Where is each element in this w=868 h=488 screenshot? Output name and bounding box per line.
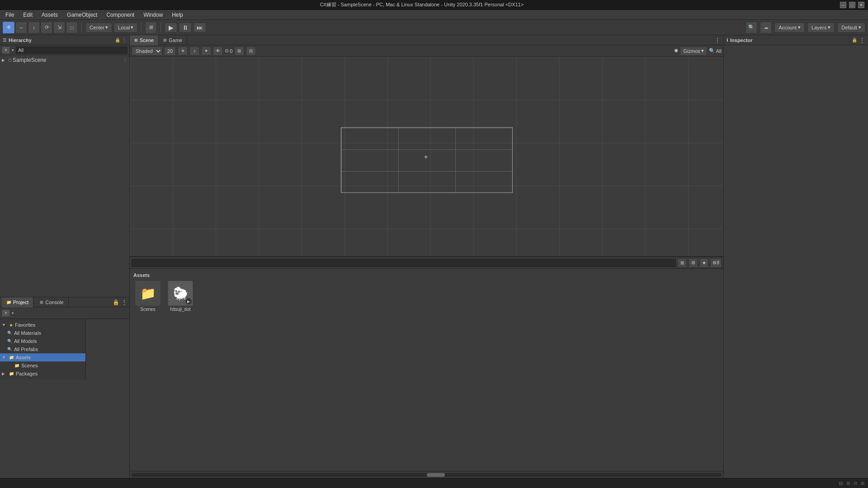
project-view-toggle[interactable]: ⊞: [678, 258, 687, 267]
pause-button[interactable]: ⏸: [179, 23, 192, 33]
sidebar-favorites[interactable]: ▼ ★ Favorites: [0, 321, 85, 329]
scene-canvas[interactable]: ✛: [130, 57, 723, 256]
inspector-lock-icon[interactable]: 🔒: [852, 38, 857, 42]
asset-item-scenes[interactable]: 📁 Scenes: [133, 281, 162, 312]
perspective-icon: ✱: [674, 48, 678, 54]
account-chevron-icon: ▾: [798, 24, 801, 30]
inspector-title: Inspector: [730, 38, 850, 43]
horizontal-scrollbar-thumb[interactable]: [427, 473, 445, 477]
game-tab[interactable]: ⊞ Game: [159, 35, 187, 45]
pivot-center-button[interactable]: Center ▾: [85, 23, 112, 33]
project-search-input[interactable]: [132, 259, 676, 267]
menu-edit[interactable]: Edit: [19, 11, 36, 19]
menu-component[interactable]: Component: [103, 11, 138, 19]
account-button[interactable]: Account ▾: [774, 23, 805, 33]
hitsuji-thumb: 🐑 ▶: [168, 281, 193, 306]
scene-area: ⊞ Scene ⊞ Game ⋮ Shaded 20 ☀ ♪: [130, 35, 723, 257]
lighting-toggle[interactable]: ☀: [178, 47, 188, 56]
search-button[interactable]: 🔍: [745, 22, 757, 33]
menu-file[interactable]: File: [2, 11, 18, 19]
scale-tool[interactable]: ⟳: [41, 22, 52, 33]
cloud-button[interactable]: ☁: [760, 22, 772, 33]
project-sidebar-panel: 📁 Project ⊞ Console 🔒 ⋮ + ▾: [0, 297, 130, 478]
grid-toggle[interactable]: ⊟: [246, 47, 256, 56]
extra-tool-button[interactable]: ⊞: [145, 22, 157, 33]
sidebar-all-materials[interactable]: 🔍 All Materials: [0, 329, 85, 337]
project-lock-icon[interactable]: 🔒: [113, 299, 119, 305]
assets-header-label: Assets: [133, 272, 720, 278]
sidebar-all-prefabs[interactable]: 🔍 All Prefabs: [0, 345, 85, 353]
rotate-tool[interactable]: ↕: [28, 22, 40, 33]
transform-tools: ✥ ↔ ↕ ⟳ ⇲ □: [3, 22, 78, 33]
all-models-label: All Models: [14, 338, 37, 344]
menu-assets[interactable]: Assets: [38, 11, 61, 19]
hidden-count-value: 0: [230, 48, 232, 54]
hierarchy-scene-item[interactable]: ▶ ⬡ SampleScene ⋮: [0, 56, 129, 64]
chevron-down-icon-2: ▾: [131, 24, 133, 30]
hierarchy-add-button[interactable]: +: [2, 47, 10, 54]
hierarchy-lock-icon[interactable]: 🔒: [115, 38, 120, 42]
project-menu-icon[interactable]: ⋮: [121, 299, 127, 306]
scene-tabs-menu-icon[interactable]: ⋮: [712, 37, 723, 44]
account-label: Account: [778, 25, 797, 30]
scene-visibility-toggle[interactable]: 👁: [213, 47, 223, 56]
scenes-label: Scenes: [21, 363, 38, 368]
project-tab-actions: 🔒 ⋮: [113, 299, 127, 306]
scenes-folder-icon: 📁: [14, 363, 19, 368]
sidebar-assets[interactable]: ▼ 📁 Assets: [0, 353, 85, 361]
content-area: ☰ Hierarchy 🔒 ⋮ + ▾ ▶ ⬡ SampleScene ⋮: [0, 35, 868, 478]
hand-tool[interactable]: ✥: [3, 22, 14, 33]
project-tab[interactable]: 📁 Project: [2, 297, 33, 307]
project-count-badge[interactable]: ⚙8: [710, 258, 722, 267]
hierarchy-header: ☰ Hierarchy 🔒 ⋮: [0, 35, 129, 45]
shading-dropdown[interactable]: Shaded: [132, 47, 162, 56]
sidebar-packages[interactable]: ▶ 📁 Packages: [0, 370, 85, 378]
render-stats-toggle[interactable]: ⊞: [234, 47, 244, 56]
step-button[interactable]: ⏭: [193, 23, 206, 33]
layers-button[interactable]: Layers ▾: [807, 23, 835, 33]
scene-name-label: SampleScene: [13, 57, 47, 63]
sidebar-scenes[interactable]: 📁 Scenes: [0, 361, 85, 370]
menu-help[interactable]: Help: [168, 11, 187, 19]
status-icon-2[interactable]: ⊞: [846, 481, 850, 486]
minimize-button[interactable]: ─: [840, 2, 846, 8]
search-icon: 🔍: [7, 331, 12, 335]
layers-chevron-icon: ▾: [828, 24, 830, 30]
menu-gameobject[interactable]: GameObject: [63, 11, 101, 19]
inspector-menu-icon[interactable]: ⋮: [859, 37, 865, 44]
status-icon-1[interactable]: ▤: [839, 481, 843, 486]
console-tab-label: Console: [45, 297, 63, 307]
packages-folder-icon: 📁: [9, 371, 14, 376]
horizontal-scrollbar-track[interactable]: [132, 473, 722, 477]
gizmos-button[interactable]: Gizmos ▾: [680, 47, 707, 56]
inspector-content: [724, 45, 868, 478]
status-icon-4[interactable]: ⊠: [861, 481, 864, 486]
hierarchy-search-input[interactable]: [16, 47, 127, 54]
game-tab-label: Game: [169, 35, 182, 45]
hierarchy-menu-icon[interactable]: ⋮: [122, 38, 127, 42]
play-button[interactable]: ▶: [165, 23, 177, 33]
audio-toggle[interactable]: ♪: [189, 47, 199, 56]
project-star-filter[interactable]: ★: [699, 258, 708, 267]
all-materials-label: All Materials: [14, 330, 41, 336]
status-icon-3[interactable]: ⊟: [854, 481, 857, 486]
folder-glyph-icon: 📁: [140, 286, 156, 301]
layout-button[interactable]: Default ▾: [837, 23, 865, 33]
asset-item-hitsuji[interactable]: 🐑 ▶ hitsuji_dot: [166, 281, 195, 312]
scene-options-icon[interactable]: ⋮: [123, 58, 127, 63]
center-label: Center: [90, 25, 104, 30]
fx-toggle[interactable]: ✦: [201, 47, 211, 56]
pivot-local-button[interactable]: Local ▾: [114, 23, 137, 33]
move-tool[interactable]: ↔: [15, 22, 27, 33]
project-filter-button[interactable]: ⚙: [689, 258, 698, 267]
maximize-button[interactable]: □: [849, 2, 855, 8]
rect-tool[interactable]: ⇲: [53, 22, 65, 33]
close-button[interactable]: ✕: [858, 2, 864, 8]
transform-tool[interactable]: □: [66, 22, 78, 33]
scene-tab[interactable]: ⊞ Scene: [130, 35, 159, 45]
project-add-button[interactable]: +: [2, 310, 10, 317]
menu-window[interactable]: Window: [140, 11, 166, 19]
sidebar-all-models[interactable]: 🔍 All Models: [0, 337, 85, 345]
console-tab[interactable]: ⊞ Console: [35, 297, 68, 307]
packages-expand-icon: ▶: [2, 371, 7, 376]
